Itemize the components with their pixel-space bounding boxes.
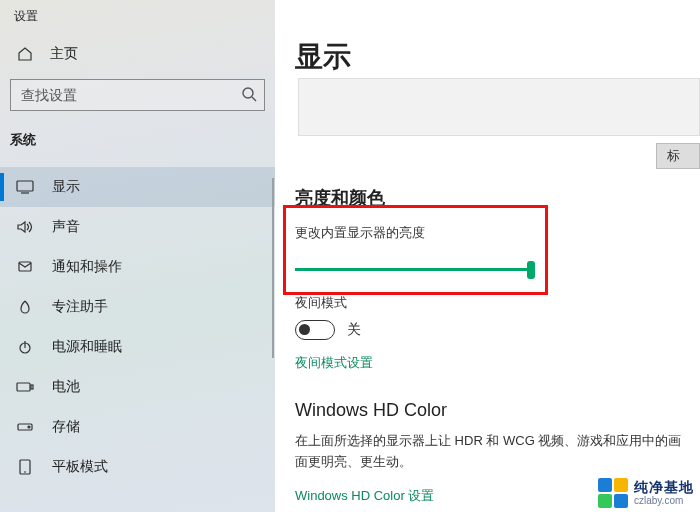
slider-track xyxy=(295,268,535,271)
identify-button[interactable]: 标 xyxy=(656,143,700,169)
watermark-logo xyxy=(598,478,628,508)
night-mode-label: 夜间模式 xyxy=(295,294,700,312)
notification-icon xyxy=(16,259,34,275)
brightness-title: 亮度和颜色 xyxy=(295,186,700,210)
scrollbar[interactable] xyxy=(272,178,274,358)
nav-label: 通知和操作 xyxy=(52,258,122,276)
nav-label: 电源和睡眠 xyxy=(52,338,122,356)
battery-icon xyxy=(16,381,34,393)
nav-label: 平板模式 xyxy=(52,458,108,476)
svg-line-1 xyxy=(252,97,256,101)
nav-label: 显示 xyxy=(52,178,80,196)
nav-battery[interactable]: 电池 xyxy=(0,367,275,407)
night-toggle[interactable] xyxy=(295,320,335,340)
nav-notifications[interactable]: 通知和操作 xyxy=(0,247,275,287)
section-label: 系统 xyxy=(0,125,275,157)
page-title: 显示 xyxy=(295,38,700,76)
home-row[interactable]: 主页 xyxy=(0,35,275,73)
svg-rect-7 xyxy=(17,383,30,391)
brightness-section: 亮度和颜色 更改内置显示器的亮度 夜间模式 关 夜间模式设置 Windows H… xyxy=(295,186,700,505)
svg-point-10 xyxy=(28,426,30,428)
nav-power[interactable]: 电源和睡眠 xyxy=(0,327,275,367)
brightness-sub: 更改内置显示器的亮度 xyxy=(295,224,700,242)
nav-list: 显示 声音 通知和操作 专注助手 电源和睡眠 电池 存储 平板模式 xyxy=(0,167,275,487)
nav-tablet[interactable]: 平板模式 xyxy=(0,447,275,487)
nav-label: 电池 xyxy=(52,378,80,396)
night-toggle-row: 关 xyxy=(295,320,700,340)
nav-storage[interactable]: 存储 xyxy=(0,407,275,447)
storage-icon xyxy=(16,421,34,433)
sound-icon xyxy=(16,219,34,235)
search-input[interactable] xyxy=(10,79,265,111)
power-icon xyxy=(16,339,34,355)
watermark: 纯净基地 czlaby.com xyxy=(598,478,694,508)
svg-rect-2 xyxy=(17,181,33,191)
nav-label: 存储 xyxy=(52,418,80,436)
focus-icon xyxy=(16,299,34,315)
nav-sound[interactable]: 声音 xyxy=(0,207,275,247)
home-icon xyxy=(16,46,34,62)
sidebar: 设置 主页 系统 显示 声音 通知和操作 专注助手 xyxy=(0,0,275,512)
night-mode-link[interactable]: 夜间模式设置 xyxy=(295,354,700,372)
nav-focus[interactable]: 专注助手 xyxy=(0,287,275,327)
toggle-knob xyxy=(299,324,310,335)
main-panel: 显示 亮度和颜色 更改内置显示器的亮度 夜间模式 关 夜间模式设置 Window… xyxy=(275,0,700,512)
hd-color-title: Windows HD Color xyxy=(295,400,700,421)
svg-rect-8 xyxy=(31,385,33,389)
watermark-en: czlaby.com xyxy=(634,495,694,506)
toggle-state-text: 关 xyxy=(347,321,361,339)
nav-label: 专注助手 xyxy=(52,298,108,316)
identify-box xyxy=(298,78,700,136)
identify-label: 标 xyxy=(667,147,680,165)
search-icon xyxy=(241,86,257,102)
hd-color-desc: 在上面所选择的显示器上让 HDR 和 WCG 视频、游戏和应用中的画面更明亮、更… xyxy=(295,431,685,473)
nav-display[interactable]: 显示 xyxy=(0,167,275,207)
tablet-icon xyxy=(16,459,34,475)
brightness-slider[interactable] xyxy=(295,260,535,280)
nav-label: 声音 xyxy=(52,218,80,236)
svg-point-0 xyxy=(243,88,253,98)
display-icon xyxy=(16,180,34,194)
slider-thumb[interactable] xyxy=(527,261,535,279)
watermark-cn: 纯净基地 xyxy=(634,480,694,495)
home-label: 主页 xyxy=(50,45,78,63)
watermark-text: 纯净基地 czlaby.com xyxy=(634,480,694,506)
settings-header: 设置 xyxy=(0,4,275,35)
search-wrap xyxy=(10,79,265,111)
